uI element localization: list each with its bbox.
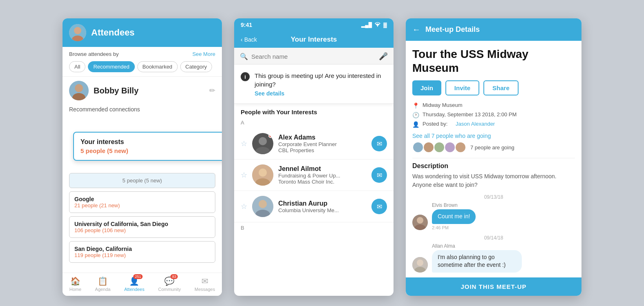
community-badge: 83 <box>170 274 178 279</box>
s1-interest-sandiego-count: 119 people (119 new) <box>74 252 210 258</box>
nav-home[interactable]: 🏠 Home <box>69 276 81 292</box>
s3-going: See all 7 people who are going 7 people … <box>412 133 575 153</box>
s3-avatars-row: 7 people are going <box>412 142 575 153</box>
elvis-msg-body: Elvis Brown Count me in! 2:46 PM <box>432 202 476 230</box>
nav-home-label: Home <box>69 287 81 292</box>
chevron-left-icon: ‹ <box>241 36 243 43</box>
clock-icon: 🕐 <box>412 112 419 118</box>
filter-recommended[interactable]: Recommended <box>88 61 134 72</box>
s1-interest-google[interactable]: Google 21 people (21 new) <box>69 191 215 213</box>
s1-user-row: Bobby Billy ✏ <box>63 76 222 104</box>
star-alex-icon[interactable]: ☆ <box>241 139 247 148</box>
s3-join-button[interactable]: Join <box>412 80 441 95</box>
s1-edit-icon[interactable]: ✏ <box>209 86 215 95</box>
jennel-info: Jennel Ailmot Fundraising & Power Up... … <box>278 165 367 185</box>
svg-point-4 <box>75 84 83 92</box>
christian-role: Columbia University Me... <box>278 207 367 213</box>
s2-see-details-link[interactable]: See details <box>255 90 387 97</box>
s3-posted-row: 👤 Posted by: Jason Alexander <box>412 121 575 128</box>
s3-going-link[interactable]: See all 7 people who are going <box>412 133 575 139</box>
christian-msg-button[interactable]: ✉ <box>371 199 387 214</box>
s3-location-row: 📍 Midway Museum <box>412 102 575 109</box>
nav-attendees-label: Attendees <box>124 287 145 292</box>
messages-icon: ✉ <box>201 276 208 286</box>
screen1-attendees: Attendees Browse attendees by See More A… <box>63 18 222 296</box>
s3-desc-title: Description <box>412 162 575 170</box>
filter-bookmarked[interactable]: Bookmarked <box>137 61 178 72</box>
s3-invite-button[interactable]: Invite <box>445 80 479 95</box>
nav-community[interactable]: 💬 83 Community <box>158 276 181 292</box>
star-christian-icon[interactable]: ☆ <box>241 202 247 211</box>
s1-interests-card: Your interests 5 people (5 new) <box>73 132 222 161</box>
s1-interests-count: 5 people (5 new) <box>80 147 222 154</box>
going-avatar-2 <box>423 142 434 153</box>
s2-banner-content: This group is meeting up! Are you intere… <box>255 71 387 97</box>
s2-back-button[interactable]: ‹ Back <box>241 36 257 43</box>
s1-user-info: Bobby Billy <box>69 81 139 100</box>
s3-chat: 09/13/18 Elvis Brown Count me in! 2:46 P… <box>412 194 575 273</box>
nav-agenda[interactable]: 📋 Agenda <box>95 276 111 292</box>
home-icon: 🏠 <box>70 276 80 286</box>
alex-msg-button[interactable]: ✉ <box>371 136 387 151</box>
s1-browse-bar: Browse attendees by See More <box>63 47 222 60</box>
s2-person-christian: ☆ Christian Aurup Columbia University Me… <box>234 191 394 222</box>
battery-icon: ▓ <box>383 22 387 28</box>
s1-interest-google-count: 21 people (21 new) <box>74 202 210 208</box>
s3-back-button[interactable]: ← <box>412 25 420 34</box>
s1-interest-sandiego[interactable]: San Diego, California 119 people (119 ne… <box>69 241 215 263</box>
nav-attendees[interactable]: 👤 251 Attendees <box>124 276 145 292</box>
s1-rec-label: Recommended connections <box>63 104 222 116</box>
alex-role: Corporate Event Planner CBL Properties <box>278 141 367 153</box>
signal-icon: ▂▄█ <box>361 22 372 28</box>
attendees-badge: 251 <box>133 274 143 279</box>
screen3-meetup-details: ← Meet-up Details Tour the USS Midway Mu… <box>406 18 581 296</box>
s3-meta: 📍 Midway Museum 🕐 Thursday, September 13… <box>412 102 575 128</box>
search-icon: 🔍 <box>240 53 248 60</box>
jennel-role: Fundraising & Power Up... Toronto Mass C… <box>278 173 367 185</box>
s1-user-name: Bobby Billy <box>94 86 139 95</box>
elvis-name: Elvis Brown <box>432 202 476 208</box>
s2-group-banner: i This group is meeting up! Are you inte… <box>234 65 394 104</box>
s3-posted-name[interactable]: Jason Alexander <box>456 121 495 127</box>
s1-header-title: Attendees <box>91 27 134 38</box>
s2-search-bar: 🔍 🎤 <box>234 48 394 65</box>
s2-section-header: People with Your Interests <box>234 104 394 117</box>
s1-header: Attendees <box>63 18 222 47</box>
s2-nav-bar: ‹ Back Your Interests <box>234 31 394 48</box>
s1-interest-google-name: Google <box>74 196 210 202</box>
online-dot <box>268 134 273 138</box>
s3-join-footer[interactable]: JOIN THIS MEET-UP <box>406 277 581 296</box>
s3-msg-allan: Allan Alma I'm also planning to go somet… <box>412 243 575 273</box>
agenda-icon: 📋 <box>98 276 108 286</box>
allan-bubble: I'm also planning to go sometime after t… <box>432 250 522 273</box>
s3-desc-text: Was wondering to visit USS Midway tomorr… <box>412 172 575 189</box>
s1-interest-ucsd[interactable]: University of California, San Diego 106 … <box>69 216 215 238</box>
allan-avatar <box>412 257 428 273</box>
s3-location: Midway Museum <box>423 102 463 108</box>
attendees-icon: 👤 251 <box>129 276 139 286</box>
s3-posted-label: Posted by: <box>423 121 447 127</box>
s1-user-avatar-header <box>69 24 86 41</box>
person-icon: 👤 <box>412 121 419 128</box>
nav-messages[interactable]: ✉ Messages <box>195 276 215 292</box>
svg-point-16 <box>417 217 423 224</box>
jennel-avatar <box>252 164 273 186</box>
going-avatar-1 <box>412 142 424 153</box>
filter-category[interactable]: Category <box>180 61 212 72</box>
s1-bobby-avatar <box>69 81 89 100</box>
filter-all[interactable]: All <box>69 61 85 72</box>
jennel-msg-button[interactable]: ✉ <box>371 167 387 183</box>
star-jennel-icon[interactable]: ☆ <box>241 171 247 180</box>
alex-name: Alex Adams <box>278 134 367 141</box>
s3-msg-elvis: Elvis Brown Count me in! 2:46 PM <box>412 202 575 230</box>
s1-interest-ucsd-name: University of California, San Diego <box>74 221 210 227</box>
s1-see-more-link[interactable]: See More <box>192 51 215 57</box>
s3-date-sep14: 09/14/18 <box>412 235 575 241</box>
s2-back-label: Back <box>244 36 257 43</box>
s1-interest-items: 5 people (5 new) Google 21 people (21 ne… <box>63 173 222 263</box>
s3-action-btns: Join Invite Share <box>412 80 575 95</box>
s3-date-sep13: 09/13/18 <box>412 194 575 200</box>
search-input[interactable] <box>251 53 376 60</box>
mic-icon[interactable]: 🎤 <box>379 52 388 61</box>
s3-share-button[interactable]: Share <box>483 80 519 95</box>
